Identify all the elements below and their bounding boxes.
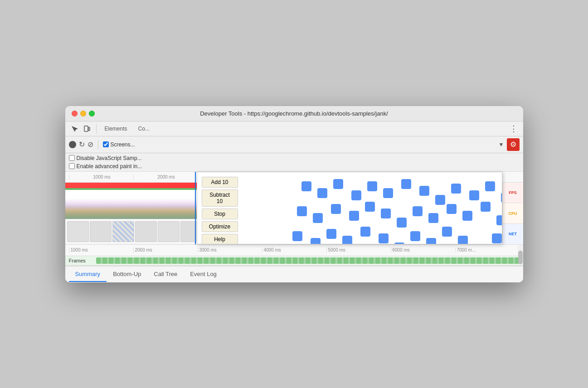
filter-arrow[interactable]: ▼	[499, 141, 504, 148]
jank-dot	[462, 211, 472, 221]
dots-area	[243, 172, 502, 244]
jank-dot	[394, 242, 404, 244]
devtools-window: Developer Tools - https://googlechrome.g…	[65, 106, 523, 282]
screenshots-checkbox[interactable]	[103, 141, 109, 147]
settings-button[interactable]: ⚙	[507, 138, 520, 151]
screenshots-checkbox-label[interactable]: Screens...	[103, 141, 135, 148]
optimize-button[interactable]: Optimize	[202, 221, 238, 232]
tab-call-tree[interactable]: Call Tree	[147, 267, 184, 282]
jank-dot	[485, 181, 495, 191]
enable-paint-checkbox[interactable]	[69, 163, 75, 169]
net-metric-label: NET	[503, 224, 523, 244]
disable-js-checkbox[interactable]	[69, 155, 75, 161]
close-button[interactable]	[72, 111, 78, 116]
traffic-lights	[72, 111, 95, 116]
perf-separator	[98, 140, 98, 149]
ruler-mark-2000: 2000 ms	[133, 175, 198, 179]
bottom-tabs: Summary Bottom-Up Call Tree Event Log	[65, 266, 523, 282]
jank-dot	[292, 231, 302, 241]
jank-dot	[331, 204, 341, 214]
bottom-mark-5000: 5000 ms	[326, 247, 391, 252]
scrollbar-thumb[interactable]	[518, 251, 523, 264]
disable-js-label[interactable]: Disable JavaScript Samp...	[69, 155, 520, 161]
jank-dot	[381, 209, 391, 218]
jank-dot	[492, 233, 502, 243]
device-icon[interactable]	[82, 123, 92, 134]
help-button[interactable]: Help	[202, 234, 238, 244]
svg-rect-0	[84, 126, 88, 131]
screenshots-label: Screens...	[111, 141, 135, 148]
maximize-button[interactable]	[89, 111, 95, 116]
jank-dot	[301, 181, 311, 191]
timeline-area: 1000 ms 2000 ms 3000 ms 4000 ms 5000 ms …	[65, 172, 523, 244]
jank-dot	[413, 206, 423, 216]
jank-dot	[342, 236, 352, 244]
tab-summary[interactable]: Summary	[69, 267, 107, 282]
subtract-10-button[interactable]: Subtract 10	[202, 189, 238, 207]
jank-dot	[496, 215, 502, 225]
jank-dot	[317, 188, 327, 198]
ruler-mark-1000: 1000 ms	[69, 175, 133, 179]
jank-dot	[419, 186, 429, 196]
add-10-button[interactable]: Add 10	[202, 177, 238, 188]
jank-dot	[442, 227, 452, 237]
tab-bottom-up[interactable]: Bottom-Up	[107, 267, 147, 282]
jank-dot	[383, 188, 393, 198]
frames-label: Frames	[69, 258, 96, 263]
frames-bar: Frames	[65, 256, 523, 266]
title-bar: Developer Tools - https://googlechrome.g…	[65, 106, 523, 121]
devtools-toolbar: Elements Co... ⋮	[65, 121, 523, 136]
jank-dot	[313, 213, 323, 223]
tab-elements[interactable]: Elements	[100, 124, 132, 134]
page-buttons: Add 10 Subtract 10 Stop Optimize Help	[202, 177, 238, 244]
fps-metric-label: FPS	[503, 183, 523, 204]
bottom-ruler-marks: 1000 ms 2000 ms 3000 ms 4000 ms 5000 ms …	[69, 247, 520, 252]
jank-dot	[351, 190, 361, 200]
jank-dot	[401, 179, 411, 189]
more-button[interactable]: ⋮	[508, 124, 520, 134]
jank-dot	[349, 211, 359, 221]
stop-button[interactable]: Stop	[202, 209, 238, 219]
cursor-icon[interactable]	[69, 123, 80, 134]
scrollbar[interactable]	[518, 245, 523, 256]
jank-dot	[297, 206, 307, 216]
jank-dot	[458, 236, 468, 244]
clear-button[interactable]: ⊘	[87, 140, 93, 149]
toolbar-separator-1	[96, 124, 97, 133]
right-metrics-header	[502, 172, 523, 182]
bottom-mark-2000: 2000 ms	[133, 247, 198, 252]
jank-dot	[428, 213, 438, 223]
minimize-button[interactable]	[80, 111, 86, 116]
page-overlay: Add 10 Subtract 10 Stop Optimize Help ↖	[197, 172, 502, 244]
jank-dot	[311, 238, 321, 244]
options-panel: Disable JavaScript Samp... Enable advanc…	[65, 153, 523, 172]
jank-dot	[410, 231, 420, 241]
window-title: Developer Tools - https://googlechrome.g…	[200, 110, 388, 117]
tab-console[interactable]: Co...	[134, 124, 154, 134]
frames-track	[96, 257, 520, 264]
bottom-mark-4000: 4000 ms	[262, 247, 326, 252]
bottom-mark-6000: 6000 ms	[391, 247, 455, 252]
jank-dot	[333, 179, 343, 189]
jank-dot	[379, 233, 389, 243]
bottom-mark-7000: 7000 m...	[455, 247, 520, 252]
jank-dot	[481, 202, 491, 212]
cpu-metric-label: CPU	[503, 203, 523, 224]
perf-toolbar: ↻ ⊘ Screens... ▼ ⚙	[65, 136, 523, 153]
svg-rect-1	[88, 127, 90, 131]
bottom-mark-3000: 3000 ms	[198, 247, 262, 252]
bottom-mark-1000: 1000 ms	[69, 247, 133, 252]
jank-dot	[426, 238, 436, 244]
tab-event-log[interactable]: Event Log	[184, 267, 223, 282]
sidebar-metrics: FPS CPU NET	[502, 183, 523, 244]
jank-dot	[397, 218, 407, 228]
jank-dot	[326, 229, 336, 239]
jank-dot	[469, 190, 479, 200]
jank-dot	[360, 227, 370, 237]
enable-paint-label[interactable]: Enable advanced paint in...	[69, 163, 520, 170]
record-button[interactable]	[69, 141, 76, 148]
jank-dot	[435, 195, 445, 205]
bottom-ruler: 1000 ms 2000 ms 3000 ms 4000 ms 5000 ms …	[65, 244, 523, 256]
jank-dot	[367, 181, 377, 191]
reload-button[interactable]: ↻	[79, 140, 85, 149]
